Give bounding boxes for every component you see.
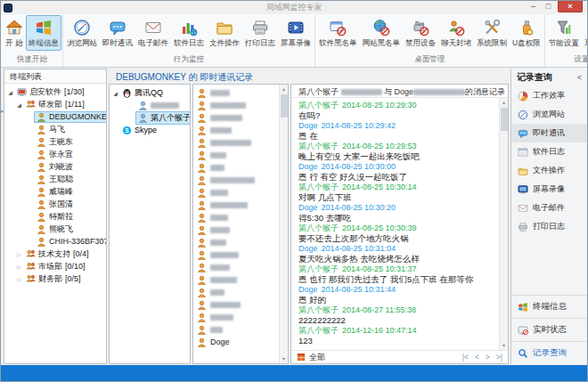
nav-item-record-query[interactable]: 记录查询	[511, 341, 587, 364]
tree-node-terminal[interactable]: CHIH-336BF3071B	[4, 235, 106, 248]
ribbon-button-file-operation[interactable]: 文件操作	[207, 15, 242, 51]
im-account-contact[interactable]	[110, 99, 190, 111]
contact-row[interactable]	[193, 248, 279, 261]
ribbon-group-quick-start: 开 始终端信息快速开始	[2, 15, 63, 67]
contact-row[interactable]	[193, 236, 279, 248]
contact-row[interactable]	[193, 224, 279, 236]
collapse-expander-icon[interactable]	[15, 100, 23, 109]
tree-node-terminal[interactable]: 刘晓波	[4, 160, 106, 173]
expand-expander-icon[interactable]	[15, 262, 23, 271]
ribbon-button-website-blacklist[interactable]: 网站黑名单	[360, 15, 404, 51]
expand-expander-icon[interactable]	[15, 274, 23, 283]
scroll-up-icon[interactable]	[282, 85, 285, 93]
tree-node-terminal[interactable]: 熊晓飞	[4, 223, 106, 235]
im-account-skype[interactable]: SSkype	[110, 124, 190, 136]
contact-row[interactable]: Doge	[193, 336, 279, 348]
contact-row[interactable]	[193, 124, 279, 136]
scrollbar-thumb[interactable]	[501, 108, 508, 131]
ribbon-button-software-log[interactable]: 软件日志	[171, 15, 207, 51]
terminal-user-icon	[37, 212, 46, 222]
tree-node-terminal[interactable]: 张永宜	[4, 148, 106, 160]
tree-node-department[interactable]: 技术支持[0/4]	[4, 248, 106, 260]
contact-row[interactable]	[193, 149, 279, 161]
contact-row[interactable]	[193, 136, 279, 149]
tree-node-terminal[interactable]: 威瑞峰	[4, 185, 106, 198]
ribbon-button-print-log[interactable]: 打印日志	[242, 15, 278, 51]
ribbon-button-email[interactable]: 电子邮件	[135, 15, 171, 51]
ribbon-button-disable-device[interactable]: 禁用设备	[403, 15, 438, 51]
contact-row[interactable]	[193, 323, 279, 336]
minimize-button[interactable]: –	[526, 1, 541, 12]
contact-row[interactable]	[193, 186, 279, 199]
terminal-user-icon	[37, 125, 46, 134]
messages-scrollbar[interactable]	[499, 98, 508, 350]
im-account-qq[interactable]: 腾讯QQ	[110, 86, 190, 99]
ribbon-button-software-blacklist[interactable]: 软件黑名单	[316, 15, 360, 51]
collapse-expander-icon[interactable]	[6, 87, 14, 96]
contact-row[interactable]	[193, 261, 279, 273]
record-item-work-efficiency[interactable]: 工作效率	[511, 86, 587, 105]
tree-node-company[interactable]: 启安软件[1/30]	[4, 85, 106, 98]
contact-row[interactable]	[193, 311, 279, 323]
nav-item-terminal-info[interactable]: 终端信息	[511, 295, 587, 318]
record-item-email[interactable]: 电子邮件	[511, 199, 587, 217]
contact-row[interactable]	[193, 111, 279, 124]
expand-expander-icon[interactable]	[15, 249, 23, 258]
record-item-browse-web[interactable]: 浏览网站	[511, 105, 587, 124]
message-sender: 第八个猴子	[298, 305, 339, 314]
ribbon-button-power-saving[interactable]: 节能设置	[546, 15, 582, 51]
close-button[interactable]: ×	[558, 1, 583, 12]
next-page-button[interactable]: >	[486, 353, 490, 362]
terminal-info-icon	[35, 19, 53, 37]
ribbon-button-chat-block[interactable]: 聊天封堵	[438, 15, 474, 51]
contact-row[interactable]	[193, 273, 279, 286]
ribbon-toolbar: 开 始终端信息快速开始浏览网站即时通讯电子邮件软件日志文件操作打印日志屏幕录像行…	[1, 14, 587, 68]
ribbon-button-system-restriction[interactable]: 系统限制	[474, 15, 510, 51]
im-account-contact[interactable]: 第八个猴子	[110, 111, 190, 124]
contacts-scrollbar[interactable]	[279, 85, 288, 363]
tree-node-terminal[interactable]: 马飞	[4, 123, 106, 135]
record-item-instant-messaging[interactable]: 即时通讯	[511, 124, 587, 142]
prev-page-button[interactable]: <	[475, 353, 479, 362]
record-item-screen-record[interactable]: 屏幕录像	[511, 180, 587, 199]
tree-node-department[interactable]: 财务部[0/5]	[4, 272, 106, 285]
ribbon-button-start[interactable]: 开 始	[3, 15, 26, 51]
nav-item-realtime-status[interactable]: 实时状态	[511, 318, 587, 341]
tree-node-terminal[interactable]: DEBUGMONKEY	[4, 110, 106, 123]
ribbon-button-browse-web[interactable]: 浏览网站	[64, 15, 100, 51]
record-item-software-log[interactable]: 软件日志	[511, 142, 587, 161]
maximize-button[interactable]: □	[541, 1, 556, 12]
contact-row[interactable]	[193, 174, 279, 186]
scroll-up-icon[interactable]	[502, 98, 505, 107]
record-item-print-log[interactable]: 打印日志	[511, 217, 587, 236]
scrollbar-thumb[interactable]	[281, 94, 288, 118]
ribbon-button-instant-messaging[interactable]: 即时通讯	[100, 15, 135, 51]
contact-row[interactable]	[193, 286, 279, 298]
record-item-file-operation[interactable]: 文件操作	[511, 161, 587, 180]
tree-node-terminal[interactable]: 张国清	[4, 198, 106, 210]
sidebar-collapse-icon[interactable]: <	[577, 73, 582, 82]
scroll-down-icon[interactable]	[502, 341, 505, 350]
tree-node-department[interactable]: 研发部[1/11]	[4, 98, 106, 110]
ribbon-button-system-settings[interactable]: 系统设置	[582, 15, 587, 51]
contact-row[interactable]	[193, 161, 279, 174]
contact-row[interactable]	[193, 86, 279, 99]
contact-row[interactable]	[193, 99, 279, 111]
first-page-button[interactable]: |<	[462, 353, 469, 362]
ribbon-button-usb-permission[interactable]: U盘权限	[510, 15, 543, 51]
collapse-expander-icon[interactable]	[111, 88, 119, 97]
contact-row[interactable]	[193, 199, 279, 211]
left-panel-collapse-icon[interactable]: ▸	[1, 108, 4, 115]
tree-node-terminal[interactable]: 王晓东	[4, 135, 106, 148]
ribbon-button-terminal-info[interactable]: 终端信息	[26, 15, 61, 51]
last-page-button[interactable]: >|	[496, 353, 502, 362]
ribbon-button-screen-record[interactable]: 屏幕录像	[278, 15, 314, 51]
contact-row[interactable]	[193, 211, 279, 224]
filter-all-label[interactable]: 全部	[309, 352, 325, 363]
scroll-down-icon[interactable]	[282, 354, 285, 363]
tree-node-terminal[interactable]: 特斯拉	[4, 210, 106, 223]
ribbon-button-label: 文件操作	[209, 38, 240, 49]
contact-row[interactable]	[193, 298, 279, 311]
tree-node-department[interactable]: 市场部[0/10]	[4, 260, 106, 272]
tree-node-terminal[interactable]: 王聪聪	[4, 173, 106, 185]
